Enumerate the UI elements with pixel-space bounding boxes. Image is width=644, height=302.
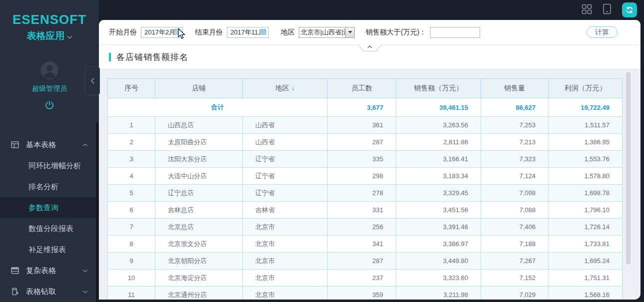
sidebar-item-yoy-analysis[interactable]: 同环比增幅分析 (0, 155, 99, 176)
total-employees: 3,677 (328, 98, 396, 117)
table-row: 10北京海淀分店北京市2373,323.607,1521,751.31 (108, 270, 623, 287)
column-header-employees[interactable]: 员工数 (328, 79, 396, 98)
cell-store: 吉林总店 (155, 202, 243, 219)
cell-no: 1 (108, 117, 155, 134)
region-dropdown-button[interactable] (345, 27, 354, 37)
region-label: 地区 (281, 28, 295, 37)
cell-profit: 1,553.76 (549, 151, 623, 168)
cell-store: 北京海淀分店 (155, 270, 243, 287)
start-month-input[interactable] (144, 28, 174, 36)
sales-threshold-field[interactable] (430, 27, 480, 38)
sidebar-section-complex-tables[interactable]: 复杂表格 (0, 260, 99, 281)
sidebar-section-label: 表格钻取 (26, 287, 56, 297)
cell-region: 辽宁省 (243, 185, 328, 202)
table-row: 9北京朝阳分店北京市2873,449.807,2671,695.24 (108, 253, 623, 270)
apps-grid-icon[interactable] (582, 4, 592, 16)
cell-sales: 3,211.98 (396, 287, 481, 300)
start-month-field[interactable] (141, 27, 183, 38)
sidebar-item-ranking-analysis[interactable]: 排名分析 (0, 176, 99, 197)
cell-employees: 359 (328, 287, 396, 300)
calendar-icon[interactable] (260, 28, 266, 37)
cell-quantity: 7,188 (481, 236, 549, 253)
cell-region: 北京市 (243, 236, 328, 253)
cell-employees: 278 (328, 185, 396, 202)
sidebar-section-label: 基本表格 (26, 140, 56, 150)
cell-quantity: 7,029 (481, 287, 549, 300)
chevron-up-icon (82, 143, 88, 147)
cell-region: 北京市 (243, 270, 328, 287)
avatar[interactable] (40, 61, 58, 79)
sort-descending-icon[interactable]: ↓ (291, 84, 295, 92)
column-header-store[interactable]: 店铺 (155, 79, 243, 98)
total-row: 合计 3,677 39,461.15 86,627 19,722.49 (108, 98, 623, 117)
power-icon[interactable] (44, 100, 54, 112)
cell-sales: 3,323.60 (396, 270, 481, 287)
calculate-button[interactable]: 计算 (587, 26, 618, 38)
cell-store: 北京通州分店 (155, 287, 243, 300)
table-row: 5辽宁总店辽宁省2783,329.457,0981,698.78 (108, 185, 623, 202)
sidebar: ESENSOFT 表格应用 超级管理员 (0, 0, 99, 302)
region-select[interactable]: 北京市|山西省|辽 (299, 27, 355, 38)
column-header-label: 地区 (275, 84, 289, 92)
column-header-region[interactable]: 地区↓ (243, 79, 328, 98)
cell-quantity: 7,098 (481, 185, 549, 202)
logo-text: ESENSOFT (0, 12, 99, 27)
sidebar-menu: 基本表格 同环比增幅分析 排名分析 参数查询 数值分段报表 补足维报表 复杂表格 (0, 134, 99, 302)
sidebar-section-table-drill[interactable]: 表格钻取 (0, 281, 99, 302)
cell-store: 太原阳曲分店 (155, 134, 243, 151)
sync-button[interactable] (622, 2, 637, 17)
cell-region: 山西省 (243, 117, 328, 134)
cell-quantity: 7,267 (481, 253, 549, 270)
sales-threshold-input[interactable] (433, 28, 477, 36)
cell-store: 北京崇文分店 (155, 236, 243, 253)
cell-profit: 1,698.78 (549, 185, 623, 202)
cell-region: 吉林省 (243, 202, 328, 219)
cell-profit: 1,511.57 (549, 117, 623, 134)
cell-region: 辽宁省 (243, 151, 328, 168)
chevron-down-icon (67, 30, 72, 41)
cell-quantity: 7,152 (481, 270, 549, 287)
sidebar-section-basic-tables[interactable]: 基本表格 (0, 134, 99, 155)
cell-sales: 3,386.97 (396, 236, 481, 253)
cell-profit: 1,726.14 (549, 219, 623, 236)
end-month-input[interactable] (230, 28, 260, 36)
cell-employees: 287 (328, 253, 396, 270)
column-header-quantity[interactable]: 销售量 (481, 79, 549, 98)
table-row: 6吉林总店吉林省3313,451.567,0881,796.10 (108, 202, 623, 219)
total-profit: 19,722.49 (549, 98, 623, 117)
cell-quantity: 7,323 (481, 151, 549, 168)
cell-employees: 298 (328, 168, 396, 185)
sidebar-item-parameter-query[interactable]: 参数查询 (0, 197, 99, 218)
cell-no: 7 (108, 219, 155, 236)
cell-store: 辽宁总店 (155, 185, 243, 202)
column-header-no[interactable]: 序号 (108, 79, 155, 98)
end-month-field[interactable] (227, 27, 269, 38)
cell-employees: 331 (328, 202, 396, 219)
start-month-label: 开始月份 (109, 28, 137, 37)
table-icon (11, 141, 19, 149)
app-logo[interactable]: ESENSOFT 表格应用 (0, 0, 99, 42)
cell-no: 6 (108, 202, 155, 219)
device-icon[interactable] (602, 3, 612, 16)
sync-icon (626, 6, 634, 14)
column-header-profit[interactable]: 利润（万元） (549, 79, 623, 98)
table-row: 3沈阳大东分店辽宁省3353,166.417,3231,553.76 (108, 151, 623, 168)
cell-quantity: 7,088 (481, 202, 549, 219)
calendar-icon[interactable] (174, 28, 180, 37)
cell-store: 大连中山分店 (155, 168, 243, 185)
sidebar-scrollbar[interactable] (96, 122, 98, 302)
cell-region: 北京市 (243, 253, 328, 270)
content-panel: 开始月份 结束月份 地区 北京 (99, 20, 641, 300)
column-header-sales[interactable]: 销售额（万元） (396, 79, 481, 98)
table-row: 4大连中山分店辽宁省2983,183.347,1241,578.80 (108, 168, 623, 185)
sidebar-item-complement-dim-report[interactable]: 补足维报表 (0, 239, 99, 260)
cell-sales: 3,449.80 (396, 253, 481, 270)
filter-bar: 开始月份 结束月份 地区 北京 (99, 20, 641, 45)
sidebar-item-numeric-segment-report[interactable]: 数值分段报表 (0, 218, 99, 239)
sidebar-collapse-handle[interactable] (85, 66, 100, 95)
chevron-down-icon (82, 290, 88, 294)
table-area: 序号 店铺 地区↓ 员工数 销售额（万元） 销售量 利润（万元） 合计 3,67… (99, 69, 641, 299)
table-scrollbar[interactable] (626, 72, 631, 265)
cell-employees: 335 (328, 151, 396, 168)
cell-quantity: 7,253 (481, 117, 549, 134)
